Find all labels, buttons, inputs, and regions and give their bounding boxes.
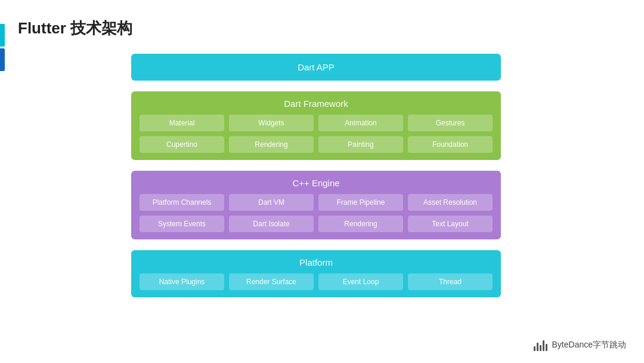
- framework-item-painting: Painting: [318, 136, 403, 153]
- framework-item-foundation: Foundation: [408, 136, 493, 153]
- accent-bar-blue: [0, 48, 5, 71]
- bd-bar-1: [534, 346, 535, 351]
- architecture-diagram: Dart APP Dart Framework Material Widgets…: [131, 54, 501, 297]
- engine-item-dart-isolate: Dart Isolate: [229, 216, 314, 232]
- engine-item-text-layout: Text Layout: [408, 216, 493, 232]
- cpp-engine-layer: C++ Engine Platform Channels Dart VM Fra…: [131, 171, 501, 239]
- engine-item-platform-channels: Platform Channels: [140, 194, 224, 211]
- framework-item-gestures: Gestures: [408, 115, 493, 131]
- engine-items-row1: Platform Channels Dart VM Frame Pipeline…: [140, 194, 493, 211]
- bd-bar-5: [546, 344, 547, 351]
- platform-item-event-loop: Event Loop: [318, 273, 403, 290]
- framework-item-animation: Animation: [318, 115, 403, 131]
- platform-item-render-surface: Render Surface: [229, 273, 314, 290]
- platform-items: Native Plugins Render Surface Event Loop…: [140, 273, 493, 290]
- engine-item-dart-vm: Dart VM: [229, 194, 314, 211]
- page-title: Flutter 技术架构: [18, 18, 132, 39]
- dart-app-label: Dart APP: [298, 62, 335, 72]
- engine-item-system-events: System Events: [140, 216, 224, 232]
- engine-item-asset-resolution: Asset Resolution: [408, 194, 493, 211]
- platform-item-thread: Thread: [408, 273, 493, 290]
- dart-app-layer: Dart APP: [131, 54, 501, 81]
- bytedance-text: ByteDance字节跳动: [552, 340, 626, 350]
- engine-item-rendering: Rendering: [318, 216, 403, 232]
- platform-item-native-plugins: Native Plugins: [140, 273, 224, 290]
- dart-framework-layer: Dart Framework Material Widgets Animatio…: [131, 91, 501, 160]
- bd-bar-2: [537, 343, 538, 351]
- framework-item-rendering: Rendering: [229, 136, 314, 153]
- framework-item-widgets: Widgets: [229, 115, 314, 131]
- platform-layer: Platform Native Plugins Render Surface E…: [131, 250, 501, 297]
- framework-item-cupertino: Cupertino: [140, 136, 224, 153]
- framework-items-row2: Cupertino Rendering Painting Foundation: [140, 136, 493, 153]
- accent-bar-cyan: [0, 24, 5, 47]
- bytedance-logo: ByteDance字节跳动: [534, 339, 626, 351]
- framework-item-material: Material: [140, 115, 224, 131]
- engine-item-frame-pipeline: Frame Pipeline: [318, 194, 403, 211]
- framework-items-row1: Material Widgets Animation Gestures: [140, 115, 493, 131]
- bd-bar-3: [540, 345, 541, 351]
- cpp-engine-title: C++ Engine: [292, 178, 339, 188]
- bd-bar-4: [543, 340, 544, 351]
- left-accent-decoration: [0, 24, 5, 72]
- platform-title: Platform: [299, 257, 333, 267]
- dart-framework-title: Dart Framework: [284, 99, 348, 109]
- bytedance-icon: [534, 339, 547, 351]
- engine-items-row2: System Events Dart Isolate Rendering Tex…: [140, 216, 493, 232]
